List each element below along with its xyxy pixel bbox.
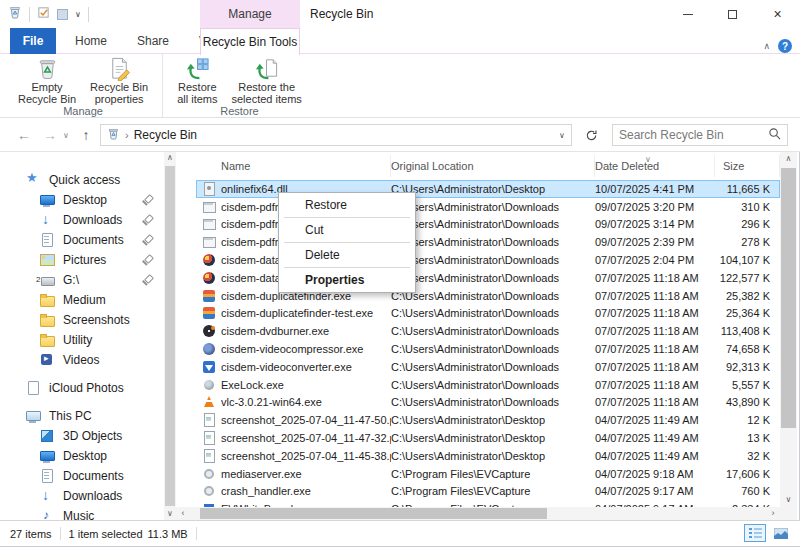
sidebar-item-3d-objects[interactable]: 3D Objects bbox=[0, 426, 164, 446]
file-row[interactable]: cisdem-videocompressor.exeC:\Users\Admin… bbox=[196, 340, 780, 358]
column-header-size[interactable]: Size bbox=[715, 155, 780, 177]
ribbon-group-buttons: Empty Recycle BinRecycle Bin properties bbox=[14, 56, 152, 105]
refresh-button[interactable] bbox=[580, 124, 602, 146]
sidebar-item-pictures[interactable]: Pictures bbox=[0, 250, 164, 270]
sidebar-item-documents[interactable]: Documents bbox=[0, 230, 164, 250]
cell-name: screenshot_2025-07-04_11-47-32.p... bbox=[221, 432, 391, 444]
close-button[interactable]: × bbox=[755, 0, 800, 28]
sidebar-item-icloud-photos[interactable]: iCloud Photos bbox=[0, 378, 164, 398]
scrollbar-thumb[interactable] bbox=[781, 168, 796, 428]
scroll-right-icon[interactable]: › bbox=[766, 507, 780, 520]
sidebar-item-downloads[interactable]: Downloads bbox=[0, 210, 164, 230]
menu-item-restore[interactable]: Restore bbox=[279, 195, 415, 215]
qat-customize-chevron-icon[interactable]: ∨ bbox=[75, 10, 81, 19]
cell-location: C:\Users\Administrator\Downloads bbox=[391, 325, 595, 337]
thumbnail-view-button[interactable] bbox=[770, 524, 792, 542]
recycle-bin-location-icon bbox=[107, 127, 120, 143]
menu-item-delete[interactable]: Delete bbox=[279, 245, 415, 265]
menu-item-cut[interactable]: Cut bbox=[279, 220, 415, 240]
column-header-date-deleted[interactable]: Date Deleted∨ bbox=[595, 155, 715, 177]
cell-size: 92,313 K bbox=[715, 361, 780, 373]
restore-all-items-button[interactable]: Restore all items bbox=[173, 56, 221, 105]
help-icon[interactable]: ? bbox=[778, 39, 792, 53]
address-box[interactable]: › Recycle Bin ∨ bbox=[100, 124, 572, 146]
cell-date-deleted: 07/07/2025 11:18 AM bbox=[595, 307, 715, 319]
sidebar-item-label: Pictures bbox=[63, 253, 106, 267]
scrollbar-thumb[interactable] bbox=[200, 508, 547, 519]
scroll-down-icon[interactable]: ∨ bbox=[164, 508, 176, 520]
sidebar-item-desktop[interactable]: Desktop bbox=[0, 446, 164, 466]
file-rows: onlinefix64.dllC:\Users\Administrator\De… bbox=[176, 180, 780, 507]
file-row[interactable]: EVWhiteBoard.exeC:\Program Files\EVCaptu… bbox=[196, 500, 780, 507]
address-dropdown-icon[interactable]: ∨ bbox=[553, 131, 571, 140]
ribbon-button-label: Restore the selected items bbox=[232, 81, 302, 105]
column-header-original-location[interactable]: Original Location bbox=[391, 155, 595, 177]
sidebar-item-videos[interactable]: Videos bbox=[0, 350, 164, 370]
scroll-up-icon[interactable]: ∧ bbox=[164, 152, 176, 164]
maximize-button[interactable] bbox=[710, 0, 755, 28]
sidebar-item-music[interactable]: Music bbox=[0, 506, 164, 520]
checkbox-icon[interactable] bbox=[37, 5, 50, 23]
scroll-left-icon[interactable]: ‹ bbox=[176, 507, 190, 520]
search-input[interactable] bbox=[613, 127, 762, 143]
tab-home[interactable]: Home bbox=[60, 28, 122, 54]
sidebar-item-desktop[interactable]: Desktop bbox=[0, 190, 164, 210]
cell-date-deleted: 07/07/2025 2:04 PM bbox=[595, 254, 715, 266]
back-icon[interactable]: ← bbox=[12, 118, 36, 152]
sidebar-item-label: Downloads bbox=[63, 213, 122, 227]
file-row[interactable]: screenshot_2025-07-04_11-45-38.p...C:\Us… bbox=[196, 447, 780, 465]
up-icon[interactable]: ↑ bbox=[74, 118, 98, 152]
scroll-up-icon[interactable]: ∧ bbox=[780, 152, 797, 166]
sidebar-item-screenshots[interactable]: Screenshots bbox=[0, 310, 164, 330]
file-row[interactable]: screenshot_2025-07-04_11-47-50.p...C:\Us… bbox=[196, 411, 780, 429]
empty-recycle-bin-button[interactable]: Empty Recycle Bin bbox=[14, 56, 80, 105]
status-separator bbox=[60, 527, 61, 540]
status-bar: 27 items 1 item selected 11.3 MB bbox=[0, 520, 800, 546]
file-row[interactable]: screenshot_2025-07-04_11-47-32.p...C:\Us… bbox=[196, 429, 780, 447]
search-icon[interactable] bbox=[768, 126, 781, 144]
tab-share[interactable]: Share bbox=[122, 28, 184, 54]
file-row[interactable]: cisdem-dvdburner.exeC:\Users\Administrat… bbox=[196, 322, 780, 340]
sidebar-item-quick-access[interactable]: Quick access bbox=[0, 170, 164, 190]
restore-selected-items-button[interactable]: Restore the selected items bbox=[228, 56, 306, 105]
sidebar-item-g[interactable]: G:\ bbox=[0, 270, 164, 290]
sidebar-scrollbar[interactable]: ∧ ∨ bbox=[164, 152, 176, 520]
cell-size: 122,577 K bbox=[715, 272, 780, 284]
file-row[interactable]: vlc-3.0.21-win64.exeC:\Users\Administrat… bbox=[196, 394, 780, 412]
folder-icon bbox=[40, 293, 55, 307]
ribbon-group-buttons: Restore all itemsRestore the selected it… bbox=[173, 56, 306, 105]
sidebar-item-utility[interactable]: Utility bbox=[0, 330, 164, 350]
cell-size: 25,382 K bbox=[715, 290, 780, 302]
sidebar-item-label: Music bbox=[63, 509, 94, 520]
cell-size: 113,408 K bbox=[715, 325, 780, 337]
scroll-down-icon[interactable]: ∨ bbox=[780, 493, 797, 507]
file-row[interactable]: cisdem-videoconverter.exeC:\Users\Admini… bbox=[196, 358, 780, 376]
column-header-name[interactable]: Name bbox=[221, 155, 391, 177]
details-view-button[interactable] bbox=[744, 524, 766, 542]
minimize-button[interactable] bbox=[665, 0, 710, 28]
tab-file[interactable]: File bbox=[10, 28, 56, 54]
file-row[interactable]: crash_handler.exeC:\Program Files\EVCapt… bbox=[196, 483, 780, 501]
file-row[interactable]: ExeLock.exeC:\Users\Administrator\Downlo… bbox=[196, 376, 780, 394]
breadcrumb-chevron-icon: › bbox=[125, 129, 129, 141]
scrollbar-thumb[interactable] bbox=[165, 166, 175, 506]
folder-frame-icon[interactable] bbox=[57, 9, 68, 20]
sidebar-item-documents[interactable]: Documents bbox=[0, 466, 164, 486]
breadcrumb[interactable]: Recycle Bin bbox=[134, 128, 197, 142]
recycle-bin-properties-button[interactable]: Recycle Bin properties bbox=[86, 56, 152, 105]
vertical-scrollbar[interactable]: ∧ ∨ bbox=[780, 152, 797, 507]
sidebar-item-medium[interactable]: Medium bbox=[0, 290, 164, 310]
sidebar-item-downloads[interactable]: Downloads bbox=[0, 486, 164, 506]
tab-recycle-bin-tools[interactable]: Recycle Bin Tools bbox=[200, 28, 300, 55]
forward-icon[interactable]: → bbox=[38, 118, 62, 152]
menu-item-properties[interactable]: Properties bbox=[279, 270, 415, 290]
recent-locations-chevron-icon[interactable]: ∨ bbox=[60, 118, 72, 152]
sidebar-item-this-pc[interactable]: This PC bbox=[0, 406, 164, 426]
file-row[interactable]: cisdem-duplicatefinder-test.exeC:\Users\… bbox=[196, 305, 780, 323]
file-row[interactable]: mediaserver.exeC:\Program Files\EVCaptur… bbox=[196, 465, 780, 483]
horizontal-scrollbar[interactable]: ‹ › bbox=[176, 507, 780, 520]
menu-separator bbox=[284, 267, 410, 268]
scrollbar-corner bbox=[780, 507, 797, 520]
cell-date-deleted: 07/07/2025 11:18 AM bbox=[595, 396, 715, 408]
collapse-ribbon-icon[interactable]: ∧ bbox=[763, 41, 770, 51]
